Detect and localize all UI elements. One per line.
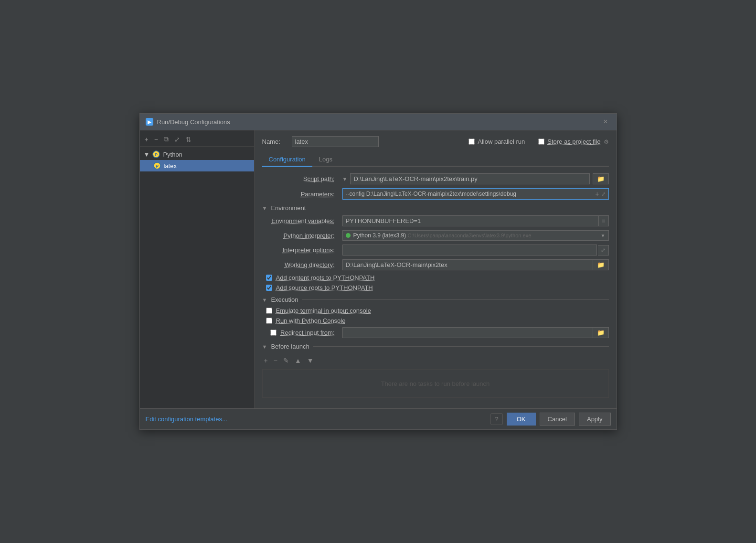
env-vars-label: Environment variables: [262,217,339,224]
dialog-title: Run/Debug Configurations [157,118,230,126]
working-dir-label: Working directory: [262,261,339,268]
edit-templates-link[interactable]: Edit configuration templates... [146,415,227,423]
close-button[interactable]: × [600,117,610,127]
execution-collapse-icon[interactable]: ▼ [262,297,267,303]
run-python-console-checkbox[interactable] [266,318,272,324]
python-interpreter-label: Python interpreter: [262,232,339,239]
redirect-input-input[interactable] [342,327,593,338]
before-launch-toolbar: + − ✎ ▲ ▼ [262,354,609,367]
configuration-form: Script path: ▼ 📁 Parameters: --config D:… [262,173,609,398]
emulate-terminal-row: Emulate terminal in output console [262,307,609,314]
before-launch-remove-button[interactable]: − [272,356,279,365]
before-launch-section-line [313,346,609,347]
script-path-row: Script path: ▼ 📁 [262,173,609,184]
interpreter-options-expand-button[interactable]: ⤢ [598,245,609,256]
environment-section-line [309,208,608,208]
working-dir-area: 📁 [342,259,609,270]
execution-section-line [302,299,608,300]
parameters-input-container: --config D:\LanJing\LaTeX-OCR-main\pix2t… [342,188,609,200]
emulate-terminal-label: Emulate terminal in output console [276,307,371,314]
execution-section-title: Execution [271,296,298,303]
environment-section-title: Environment [271,204,306,212]
before-launch-collapse-icon[interactable]: ▼ [262,344,267,350]
title-bar: ▶ Run/Debug Configurations × [140,114,617,130]
working-dir-row: Working directory: 📁 [262,259,609,270]
sidebar: + − ⧉ ⤢ ⇅ ▼ P Python P [140,130,255,408]
before-launch-add-button[interactable]: + [262,356,270,365]
script-path-folder-button[interactable]: 📁 [593,173,609,184]
parameters-row: Parameters: --config D:\LanJing\LaTeX-OC… [262,188,609,200]
interpreter-options-input[interactable] [342,245,597,256]
right-panel: Name: Allow parallel run Store as projec… [255,130,617,408]
store-project-checkbox[interactable] [538,138,544,145]
help-button[interactable]: ? [490,413,502,425]
name-input[interactable] [292,136,379,147]
sidebar-item-latex[interactable]: P latex [140,160,254,171]
run-debug-dialog: ▶ Run/Debug Configurations × + − ⧉ ⤢ ⇅ ▼… [139,113,617,430]
sort-config-button[interactable]: ⇅ [184,134,193,144]
main-content: + − ⧉ ⤢ ⇅ ▼ P Python P [140,130,617,408]
before-launch-edit-button[interactable]: ✎ [281,356,291,365]
add-content-roots-checkbox[interactable] [266,275,272,281]
svg-text:P: P [155,164,158,169]
env-vars-edit-button[interactable]: ≡ [599,215,609,226]
latex-config-icon: P [153,162,161,170]
redirect-input-label: Redirect input from: [280,329,334,336]
add-source-roots-row: Add source roots to PYTHONPATH [262,284,609,291]
interpreter-options-row: Interpreter options: ⤢ [262,245,609,256]
before-launch-up-button[interactable]: ▲ [293,356,303,365]
copy-config-button[interactable]: ⧉ [162,134,170,144]
interpreter-name: Python 3.9 (latex3.9) C:\Users\panpa\ana… [353,232,598,239]
execution-divider: ▼ Execution [262,296,609,303]
store-project-row: Store as project file ⚙ [538,138,608,145]
parameters-add-button[interactable]: + [595,190,599,198]
before-launch-divider: ▼ Before launch [262,343,609,350]
name-label: Name: [262,138,286,145]
python-interpreter-row: Python interpreter: Python 3.9 (latex3.9… [262,230,609,241]
parameters-text: --config D:\LanJing\LaTeX-OCR-main\pix2t… [346,191,594,197]
remove-config-button[interactable]: − [152,134,160,144]
app-icon: ▶ [146,118,153,126]
redirect-input-row: Redirect input from: 📁 [262,327,609,338]
ok-button[interactable]: OK [507,413,536,426]
cancel-button[interactable]: Cancel [540,413,575,426]
before-launch-down-button[interactable]: ▼ [305,356,316,365]
python-group-icon: P [152,150,160,158]
python-interpreter-dropdown[interactable]: Python 3.9 (latex3.9) C:\Users\panpa\ana… [342,230,609,241]
redirect-input-checkbox[interactable] [270,330,277,336]
script-path-dropdown-arrow[interactable]: ▼ [342,176,348,182]
apply-button[interactable]: Apply [579,413,611,426]
run-python-console-label: Run with Python Console [276,317,346,324]
tab-logs[interactable]: Logs [312,153,339,167]
working-dir-input[interactable] [342,259,593,270]
run-python-console-row: Run with Python Console [262,317,609,324]
redirect-input-folder-button[interactable]: 📁 [593,327,609,338]
interpreter-status-dot [346,233,351,238]
before-launch-section-title: Before launch [271,343,309,350]
interpreter-options-label: Interpreter options: [262,246,339,254]
allow-parallel-row: Allow parallel run [469,138,525,145]
python-group: ▼ P Python P latex [140,149,254,171]
env-vars-input[interactable] [342,215,599,226]
parameters-label: Parameters: [262,191,339,198]
env-vars-container: ≡ [342,215,609,226]
sidebar-toolbar: + − ⧉ ⤢ ⇅ [140,132,254,147]
environment-collapse-icon[interactable]: ▼ [262,205,267,211]
script-path-input-area: ▼ 📁 [342,173,609,184]
add-source-roots-checkbox[interactable] [266,285,272,291]
allow-parallel-label: Allow parallel run [478,138,525,145]
add-config-button[interactable]: + [143,134,150,144]
parameters-expand-button[interactable]: ⤢ [601,191,606,197]
bottom-buttons: ? OK Cancel Apply [490,413,610,426]
before-launch-empty: There are no tasks to run before launch [262,369,609,398]
script-path-input[interactable] [350,173,589,184]
bottom-bar: Edit configuration templates... ? OK Can… [140,408,617,429]
tabs: Configuration Logs [262,153,609,167]
move-config-button[interactable]: ⤢ [172,134,182,144]
emulate-terminal-checkbox[interactable] [266,308,272,314]
working-dir-folder-button[interactable]: 📁 [593,259,609,270]
add-content-roots-row: Add content roots to PYTHONPATH [262,274,609,281]
tab-configuration[interactable]: Configuration [262,153,312,167]
allow-parallel-checkbox[interactable] [469,138,475,145]
python-group-header[interactable]: ▼ P Python [140,149,254,160]
